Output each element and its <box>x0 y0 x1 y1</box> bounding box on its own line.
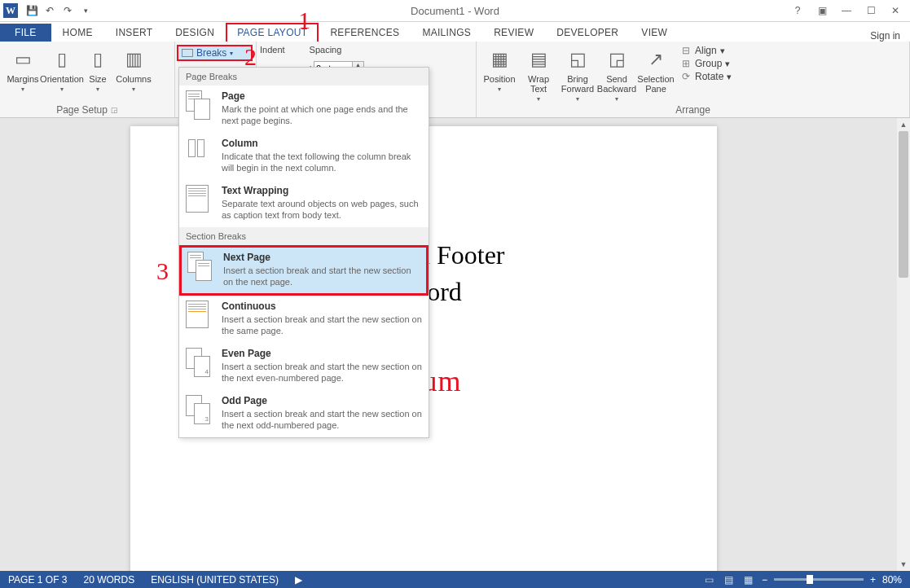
even-page-icon: 24 <box>186 348 213 380</box>
menu-item-page[interactable]: PageMark the point at which one page end… <box>179 86 429 133</box>
tab-home[interactable]: HOME <box>51 24 104 42</box>
maximize-icon[interactable]: ☐ <box>863 5 879 16</box>
group-icon: ⊞ <box>680 58 692 69</box>
help-icon[interactable]: ? <box>789 5 806 16</box>
margins-icon: ▭ <box>10 46 36 72</box>
menu-item-odd-page[interactable]: 13 Odd PageInsert a section break and st… <box>179 390 429 437</box>
menu-item-next-page[interactable]: Next PageInsert a section break and star… <box>179 245 429 296</box>
menu-item-column[interactable]: ColumnIndicate that the text following t… <box>179 133 429 180</box>
quick-access-toolbar: 💾 ↶ ↷ ▾ <box>25 4 92 17</box>
tab-file[interactable]: FILE <box>0 24 51 42</box>
indent-header: Indent <box>260 45 285 55</box>
ribbon: ▭ Margins▾ ▯ Orientation▾ ▯ Size▾ ▥ Colu… <box>0 42 910 118</box>
orientation-button[interactable]: ▯ Orientation▾ <box>42 43 81 104</box>
menu-item-continuous[interactable]: ContinuousInsert a section break and sta… <box>179 296 429 343</box>
tab-references[interactable]: REFERENCES <box>319 24 411 42</box>
undo-icon[interactable]: ↶ <box>43 4 56 17</box>
close-icon[interactable]: ✕ <box>887 5 903 16</box>
spacing-header: Spacing <box>310 45 364 55</box>
size-icon: ▯ <box>85 46 111 72</box>
position-icon: ▦ <box>486 46 512 72</box>
minimize-icon[interactable]: — <box>838 5 855 16</box>
position-button[interactable]: ▦Position▾ <box>480 43 519 104</box>
window-title: Document1 - Word <box>411 5 499 17</box>
send-backward-icon: ◲ <box>604 46 630 72</box>
menu-item-even-page[interactable]: 24 Even PageInsert a section break and s… <box>179 343 429 390</box>
redo-icon[interactable]: ↷ <box>61 4 74 17</box>
status-words[interactable]: 20 WORDS <box>75 574 143 586</box>
next-page-icon <box>187 252 215 284</box>
arrange-label: Arrange <box>675 104 710 116</box>
page-setup-launcher-icon[interactable]: ◲ <box>111 106 118 114</box>
zoom-out-icon[interactable]: − <box>762 574 767 586</box>
status-macro-icon[interactable]: ▶ <box>287 574 310 586</box>
section-breaks-header: Section Breaks <box>179 227 429 245</box>
zoom-in-icon[interactable]: + <box>870 574 876 586</box>
vertical-scrollbar[interactable]: ▲ ▼ <box>897 118 910 571</box>
align-button[interactable]: ⊟Align ▾ <box>680 45 732 56</box>
word-app-icon: W <box>3 3 18 18</box>
bring-forward-button[interactable]: ◱Bring Forward▾ <box>558 43 597 104</box>
scroll-up-icon[interactable]: ▲ <box>897 118 910 131</box>
status-language[interactable]: ENGLISH (UNITED STATES) <box>143 574 287 586</box>
odd-page-icon: 13 <box>186 395 213 428</box>
align-icon: ⊟ <box>680 45 692 56</box>
scroll-down-icon[interactable]: ▼ <box>897 558 910 571</box>
columns-button[interactable]: ▥ Columns▾ <box>114 43 153 104</box>
chevron-down-icon: ▾ <box>230 50 233 57</box>
zoom-percent[interactable]: 80% <box>882 574 902 586</box>
orientation-icon: ▯ <box>49 46 75 72</box>
breaks-button[interactable]: Breaks ▾ <box>177 45 253 61</box>
page-break-icon <box>186 90 213 123</box>
qat-dropdown-icon[interactable]: ▾ <box>79 4 92 17</box>
bring-forward-icon: ◱ <box>565 46 591 72</box>
status-bar: PAGE 1 OF 3 20 WORDS ENGLISH (UNITED STA… <box>0 571 910 588</box>
tab-mailings[interactable]: MAILINGS <box>411 24 482 42</box>
zoom-slider[interactable] <box>774 578 864 581</box>
tab-design[interactable]: DESIGN <box>164 24 226 42</box>
sign-in-link[interactable]: Sign in <box>870 30 910 42</box>
web-layout-icon[interactable]: ▦ <box>742 574 755 586</box>
tab-page-layout[interactable]: PAGE LAYOUT <box>226 23 319 42</box>
group-page-setup: ▭ Margins▾ ▯ Orientation▾ ▯ Size▾ ▥ Colu… <box>0 42 175 117</box>
tab-developer[interactable]: DEVELOPER <box>545 24 630 42</box>
read-mode-icon[interactable]: ▭ <box>703 574 716 586</box>
breaks-icon <box>182 49 193 57</box>
size-button[interactable]: ▯ Size▾ <box>81 43 114 104</box>
menu-item-text-wrapping[interactable]: Text WrappingSeparate text around object… <box>179 180 429 227</box>
text-wrapping-icon <box>186 185 213 217</box>
selection-pane-icon: ↗ <box>643 46 669 72</box>
ribbon-tabs: FILE HOME INSERT DESIGN PAGE LAYOUT REFE… <box>0 22 910 42</box>
tab-insert[interactable]: INSERT <box>104 24 165 42</box>
selection-pane-button[interactable]: ↗Selection Pane <box>636 43 675 104</box>
document-area[interactable]: eader và Footer g Word forum ▲ ▼ <box>0 118 910 571</box>
group-arrange: ▦Position▾ ▤Wrap Text▾ ◱Bring Forward▾ ◲… <box>477 42 910 117</box>
tab-review[interactable]: REVIEW <box>482 24 545 42</box>
zoom-slider-knob[interactable] <box>807 575 813 584</box>
print-layout-icon[interactable]: ▤ <box>723 574 736 586</box>
status-page[interactable]: PAGE 1 OF 3 <box>0 574 75 586</box>
page-setup-label: Page Setup <box>56 104 108 116</box>
group-button[interactable]: ⊞Group ▾ <box>680 58 732 69</box>
send-backward-button[interactable]: ◲Send Backward▾ <box>597 43 636 104</box>
wrap-text-button[interactable]: ▤Wrap Text▾ <box>519 43 558 104</box>
ribbon-display-icon[interactable]: ▣ <box>814 5 830 16</box>
save-icon[interactable]: 💾 <box>25 4 38 17</box>
continuous-icon <box>186 301 213 333</box>
wrap-text-icon: ▤ <box>525 46 552 72</box>
column-break-icon <box>186 138 213 170</box>
scroll-thumb[interactable] <box>899 131 908 278</box>
columns-icon: ▥ <box>121 46 147 72</box>
rotate-button[interactable]: ⟳Rotate ▾ <box>680 71 732 82</box>
tab-view[interactable]: VIEW <box>630 24 679 42</box>
title-bar: W 💾 ↶ ↷ ▾ Document1 - Word ? ▣ — ☐ ✕ <box>0 0 910 22</box>
rotate-icon: ⟳ <box>680 71 692 82</box>
page-breaks-header: Page Breaks <box>179 68 429 86</box>
margins-button[interactable]: ▭ Margins▾ <box>3 43 42 104</box>
breaks-dropdown: Page Breaks PageMark the point at which … <box>178 67 429 438</box>
